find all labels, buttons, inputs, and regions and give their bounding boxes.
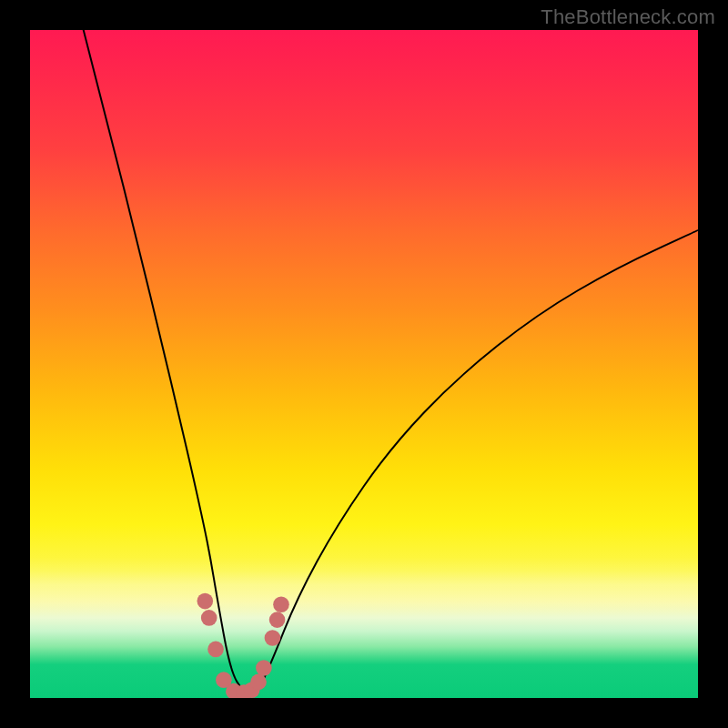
- marker-dot: [207, 642, 224, 658]
- marker-dot: [197, 593, 214, 610]
- light-band: [30, 558, 698, 618]
- bottleneck-curve: [84, 30, 698, 693]
- marker-dot: [201, 610, 217, 626]
- chart-frame: TheBottleneck.com: [0, 0, 728, 728]
- marker-dot: [273, 596, 289, 612]
- marker-dot: [244, 682, 260, 698]
- marker-dot: [216, 672, 232, 688]
- plot-area: [30, 30, 698, 698]
- marker-dot: [256, 660, 272, 676]
- marker-dot: [265, 630, 281, 646]
- marker-dot: [226, 683, 242, 698]
- credit-label: TheBottleneck.com: [541, 5, 715, 29]
- plot-svg: [30, 30, 698, 698]
- marker-dot: [269, 612, 286, 628]
- marker-dot: [236, 684, 252, 698]
- marker-dot: [250, 674, 267, 691]
